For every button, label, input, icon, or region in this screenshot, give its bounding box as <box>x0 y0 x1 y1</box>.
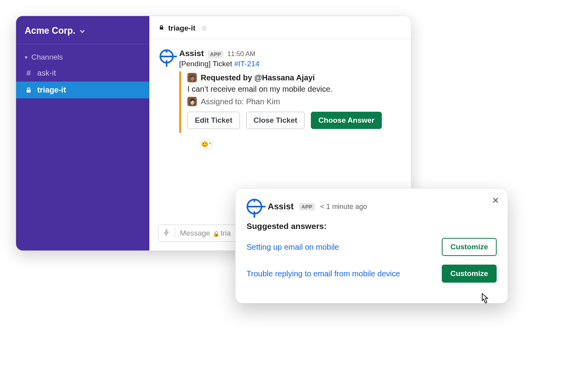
ticket-summary-line: [Pending] Ticket #IT-214 <box>179 60 401 68</box>
divider <box>175 228 175 238</box>
popup-title: Suggested answers: <box>247 221 497 231</box>
lock-icon <box>25 87 33 93</box>
customize-button[interactable]: Customize <box>442 238 497 256</box>
requested-by-label: Requested by @Hassana Ajayi <box>201 73 315 82</box>
assigned-to-label: Assigned to: Phan Kim <box>201 97 280 106</box>
pending-prefix: [Pending] Ticket <box>179 60 234 68</box>
channel-list: # ask-it triage-it <box>16 65 149 98</box>
ticket-link[interactable]: #IT-214 <box>234 60 259 68</box>
channel-header: triage-it ☆ <box>149 16 411 39</box>
popup-time: < 1 minute ago <box>320 203 367 211</box>
channel-label: triage-it <box>37 85 66 94</box>
workspace-name: Acme Corp. <box>25 25 75 36</box>
hash-icon: # <box>25 69 33 78</box>
answer-link[interactable]: Trouble replying to email from mobile de… <box>247 269 400 278</box>
workspace-switcher[interactable]: Acme Corp. <box>16 16 149 44</box>
add-reaction-button[interactable]: 😊⁺ <box>200 138 213 150</box>
app-badge: APP <box>208 51 223 58</box>
sidebar-item-triage-it[interactable]: triage-it <box>16 82 149 98</box>
chevron-down-icon <box>79 26 85 37</box>
caret-down-icon: ▾ <box>25 54 27 60</box>
popup-sender: Assist <box>268 201 294 212</box>
ticket-block: 👩🏽 Requested by @Hassana Ajayi I can’t r… <box>179 71 401 133</box>
star-icon[interactable]: ☆ <box>201 24 207 33</box>
lock-icon: 🔒 <box>213 230 220 237</box>
message-sender: Assist <box>179 49 204 58</box>
channel-name: triage-it <box>168 24 196 33</box>
answer-row: Setting up email on mobile Customize <box>247 238 497 256</box>
composer-placeholder: Message 🔒tria <box>180 229 231 238</box>
channel-label: ask-it <box>37 69 56 78</box>
assist-app-avatar <box>160 49 174 64</box>
assist-app-avatar <box>247 199 262 214</box>
close-ticket-button[interactable]: Close Ticket <box>246 112 305 129</box>
choose-answer-button[interactable]: Choose Answer <box>311 112 382 129</box>
message: Assist APP 11:50 AM [Pending] Ticket #IT… <box>160 49 401 150</box>
edit-ticket-button[interactable]: Edit Ticket <box>187 112 240 129</box>
app-badge: APP <box>299 203 315 211</box>
ticket-issue-text: I can’t receive email on my mobile devic… <box>187 85 401 94</box>
message-time: 11:50 AM <box>227 50 256 58</box>
sidebar: Acme Corp. ▾ Channels # ask-it tria <box>16 16 149 250</box>
sidebar-section-channels[interactable]: ▾ Channels <box>16 44 149 65</box>
answer-link[interactable]: Setting up email on mobile <box>247 243 339 252</box>
answer-row: Trouble replying to email from mobile de… <box>247 265 497 283</box>
assignee-avatar: 👩🏻 <box>187 97 197 106</box>
sidebar-item-ask-it[interactable]: # ask-it <box>16 65 149 82</box>
customize-button[interactable]: Customize <box>442 265 497 283</box>
close-icon[interactable]: ✕ <box>492 196 499 206</box>
shortcuts-icon[interactable] <box>163 229 170 238</box>
lock-icon <box>159 25 164 32</box>
sidebar-section-label: Channels <box>31 53 63 62</box>
requester-avatar: 👩🏽 <box>187 73 197 82</box>
suggested-answers-popup: ✕ Assist APP < 1 minute ago Suggested an… <box>235 188 508 303</box>
